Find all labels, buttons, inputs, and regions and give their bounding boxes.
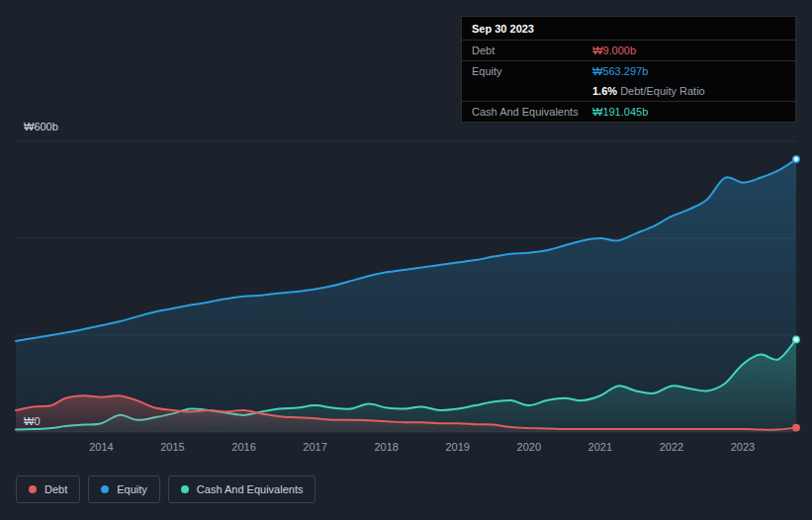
legend-item-label: Debt <box>45 483 67 495</box>
tooltip-cash-row: Cash And Equivalents ₩191.045b <box>462 102 795 122</box>
x-axis-label: 2018 <box>374 441 398 453</box>
x-axis-label: 2017 <box>303 441 326 453</box>
debt-equity-history-panel: 2014201520162017201820192020202120222023… <box>0 0 812 520</box>
tooltip-ratio-row: 1.6% Debt/Equity Ratio <box>462 81 795 102</box>
debt-end-dot <box>793 424 799 430</box>
tooltip-debt-row: Debt ₩9.000b <box>462 41 795 61</box>
x-axis-label: 2023 <box>731 441 755 453</box>
x-axis-label: 2022 <box>660 441 683 453</box>
x-axis-label: 2021 <box>588 441 612 453</box>
chart-legend: Debt Equity Cash And Equivalents <box>16 476 316 503</box>
cash-and-equivalents-end-dot <box>793 336 799 342</box>
x-axis-label: 2020 <box>517 441 541 453</box>
cash-series-dot <box>181 485 189 493</box>
x-axis-label: 2015 <box>160 441 184 453</box>
tooltip-ratio-value: 1.6% Debt/Equity Ratio <box>592 85 705 97</box>
equity-series-dot <box>101 485 109 493</box>
tooltip-equity-label: Equity <box>472 65 592 77</box>
tooltip-cash-value: ₩191.045b <box>592 106 648 118</box>
y-axis-label-top: ₩600b <box>24 121 58 132</box>
tooltip-date: Sep 30 2023 <box>462 17 795 41</box>
legend-item-label: Equity <box>117 483 147 495</box>
debt-series-dot <box>29 485 37 493</box>
tooltip-debt-value: ₩9.000b <box>592 44 636 56</box>
legend-item-label: Cash And Equivalents <box>197 483 304 495</box>
tooltip-ratio-number: 1.6% <box>592 85 617 97</box>
x-axis-label: 2019 <box>445 441 469 453</box>
x-axis-label: 2014 <box>89 441 113 453</box>
legend-item-debt[interactable]: Debt <box>16 476 80 503</box>
y-axis-label-zero: ₩0 <box>24 415 41 427</box>
tooltip-cash-label: Cash And Equivalents <box>472 106 592 118</box>
tooltip-ratio-label: Debt/Equity Ratio <box>620 85 705 97</box>
x-axis-label: 2016 <box>231 441 255 453</box>
tooltip-debt-label: Debt <box>472 44 592 56</box>
equity-end-dot <box>793 156 799 162</box>
chart-tooltip: Sep 30 2023 Debt ₩9.000b Equity ₩563.297… <box>461 16 796 123</box>
tooltip-equity-value: ₩563.297b <box>592 65 648 77</box>
tooltip-equity-row: Equity ₩563.297b <box>462 61 795 81</box>
legend-item-equity[interactable]: Equity <box>88 476 160 503</box>
legend-item-cash[interactable]: Cash And Equivalents <box>168 476 316 503</box>
